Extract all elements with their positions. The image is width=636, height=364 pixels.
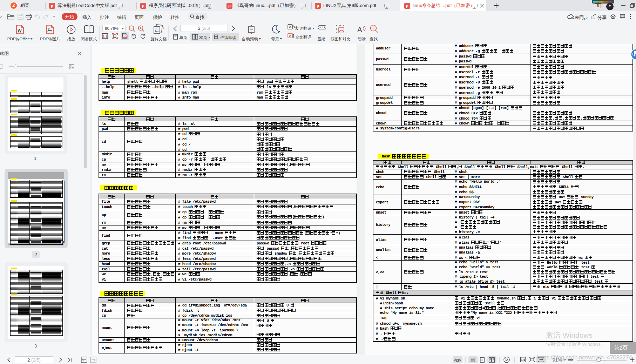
svg-text:1:1: 1:1 [521, 358, 525, 362]
svg-text:A: A [289, 34, 291, 38]
svg-text:1:1: 1:1 [103, 35, 107, 38]
svg-text:A: A [289, 25, 291, 29]
svg-text:A: A [357, 26, 362, 33]
